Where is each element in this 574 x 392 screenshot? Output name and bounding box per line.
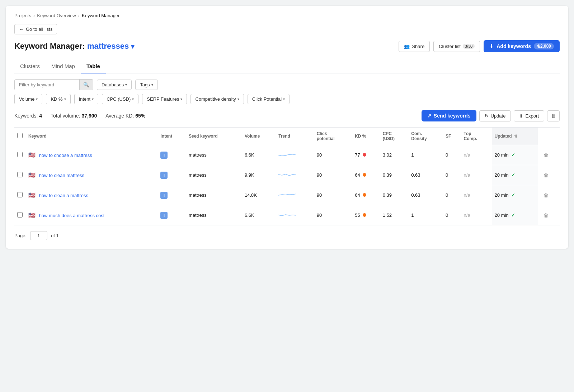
total-volume-stat: Total volume: 37,900: [51, 113, 97, 119]
flag-icon: 🇺🇸: [28, 152, 36, 158]
intent-badge-0: I: [160, 152, 168, 159]
tab-mind-map[interactable]: Mind Map: [46, 59, 81, 73]
cpc-dropdown-icon: ▾: [132, 97, 134, 101]
share-button[interactable]: 👥 Share: [399, 41, 430, 52]
row-trash-icon-3[interactable]: 🗑: [544, 212, 549, 218]
search-button[interactable]: 🔍: [79, 80, 93, 90]
keyword-link-1[interactable]: how to clean mattress: [39, 173, 84, 178]
download-icon: ⬇: [489, 43, 494, 49]
databases-filter[interactable]: Databases ▾: [97, 80, 132, 90]
keyword-link-3[interactable]: how much does a mattress cost: [39, 213, 105, 218]
search-box: 🔍: [14, 79, 93, 90]
click-potential-filter[interactable]: Click Potential ▾: [248, 94, 290, 104]
update-button[interactable]: ↻ Update: [479, 110, 511, 121]
keyword-cell-0: 🇺🇸 how to choose a mattress: [25, 145, 157, 165]
list-name: mattresses: [87, 42, 129, 51]
updated-cell-2: 20 min ✓: [492, 185, 538, 205]
page-input[interactable]: [30, 231, 47, 240]
col-intent: Intent: [157, 128, 186, 145]
list-dropdown-icon[interactable]: ▾: [131, 43, 134, 50]
table-row: 🇺🇸 how to clean mattress I mattress 9.9K…: [14, 165, 560, 185]
serp-filter[interactable]: SERP Features ▾: [142, 94, 187, 104]
keywords-table: Keyword Intent Seed keyword Volume Trend…: [14, 127, 560, 225]
col-actions: [538, 128, 560, 145]
send-keywords-button[interactable]: ↗ Send keywords: [422, 110, 476, 121]
row-checkbox-0[interactable]: [17, 152, 23, 157]
updated-check-icon-3: ✓: [511, 212, 515, 218]
back-arrow-icon: ←: [19, 27, 24, 32]
kd-cell-3: 55: [352, 205, 380, 225]
intent-cell-0: I: [157, 145, 186, 165]
breadcrumb-keyword-overview[interactable]: Keyword Overview: [37, 13, 76, 18]
comp-density-dropdown-icon: ▾: [237, 97, 239, 101]
updated-check-icon-2: ✓: [511, 192, 515, 198]
row-trash-icon-1[interactable]: 🗑: [544, 172, 549, 178]
top-comp-cell-2: n/a: [461, 185, 492, 205]
volume-filter[interactable]: Volume ▾: [14, 94, 42, 104]
row-checkbox-2[interactable]: [17, 192, 23, 197]
kd-dropdown-icon: ▾: [64, 97, 66, 101]
sf-cell-1: 0: [443, 165, 461, 185]
go-back-button[interactable]: ← Go to all lists: [14, 24, 57, 34]
trash-icon: 🗑: [551, 113, 556, 119]
row-checkbox-3[interactable]: [17, 212, 23, 217]
go-back-label: Go to all lists: [26, 27, 52, 32]
comp-density-filter[interactable]: Competitive density ▾: [190, 94, 244, 104]
intent-badge-3: I: [160, 212, 168, 219]
volume-cell-0: 6.6K: [242, 145, 276, 165]
cpc-cell-3: 1.52: [380, 205, 409, 225]
col-click-potential: Clickpotential: [314, 128, 352, 145]
search-input[interactable]: [15, 80, 79, 90]
tags-dropdown-icon: ▾: [151, 83, 153, 87]
sf-cell-3: 0: [443, 205, 461, 225]
table-row: 🇺🇸 how to choose a mattress I mattress 6…: [14, 145, 560, 165]
delete-button[interactable]: 🗑: [547, 110, 560, 121]
refresh-icon: ↻: [485, 113, 489, 119]
avg-kd-stat: Average KD: 65%: [105, 113, 145, 119]
cluster-list-button[interactable]: Cluster list 3/30: [433, 41, 480, 52]
row-delete-1: 🗑: [538, 165, 560, 185]
row-trash-icon-0[interactable]: 🗑: [544, 152, 549, 158]
intent-cell-2: I: [157, 185, 186, 205]
flag-icon: 🇺🇸: [28, 172, 36, 178]
seed-keyword-cell-3: mattress: [186, 205, 242, 225]
tab-clusters[interactable]: Clusters: [14, 59, 46, 73]
col-cpc: CPC(USD): [380, 128, 409, 145]
intent-badge-1: I: [160, 172, 168, 179]
tabs: Clusters Mind Map Table: [14, 59, 560, 73]
cpc-cell-2: 0.39: [380, 185, 409, 205]
keyword-link-0[interactable]: how to choose a mattress: [39, 153, 92, 158]
top-comp-cell-0: n/a: [461, 145, 492, 165]
select-all-checkbox[interactable]: [17, 133, 23, 138]
col-seed-keyword: Seed keyword: [186, 128, 242, 145]
row-delete-3: 🗑: [538, 205, 560, 225]
click-potential-cell-1: 90: [314, 165, 352, 185]
trend-cell-2: [276, 185, 314, 205]
keyword-cell-3: 🇺🇸 how much does a mattress cost: [25, 205, 157, 225]
breadcrumb-projects[interactable]: Projects: [14, 13, 31, 18]
flag-icon: 🇺🇸: [28, 212, 36, 218]
col-trend: Trend: [276, 128, 314, 145]
pagination: Page: of 1: [14, 225, 560, 242]
updated-cell-0: 20 min ✓: [492, 145, 538, 165]
export-button[interactable]: ⬆ Export: [514, 110, 544, 121]
trend-cell-1: [276, 165, 314, 185]
cpc-filter[interactable]: CPC (USD) ▾: [102, 94, 138, 104]
cpc-cell-0: 3.02: [380, 145, 409, 165]
trend-cell-0: [276, 145, 314, 165]
add-keywords-button[interactable]: ⬇ Add keywords 4/2,000: [484, 40, 560, 52]
row-checkbox-1[interactable]: [17, 172, 23, 177]
updated-check-icon-0: ✓: [511, 152, 515, 158]
sf-cell-0: 0: [443, 145, 461, 165]
keywords-count: 4: [39, 113, 42, 119]
col-top-comp: TopComp.: [461, 128, 492, 145]
intent-filter[interactable]: Intent ▾: [74, 94, 99, 104]
com-density-cell-1: 0.63: [408, 165, 443, 185]
keyword-link-2[interactable]: how to clean a mattress: [39, 193, 88, 198]
row-trash-icon-2[interactable]: 🗑: [544, 192, 549, 198]
keywords-stat: Keywords: 4: [14, 113, 42, 119]
intent-dropdown-icon: ▾: [92, 97, 94, 101]
tab-table[interactable]: Table: [81, 59, 106, 73]
tags-filter[interactable]: Tags ▾: [135, 80, 157, 90]
kd-filter[interactable]: KD % ▾: [46, 94, 70, 104]
